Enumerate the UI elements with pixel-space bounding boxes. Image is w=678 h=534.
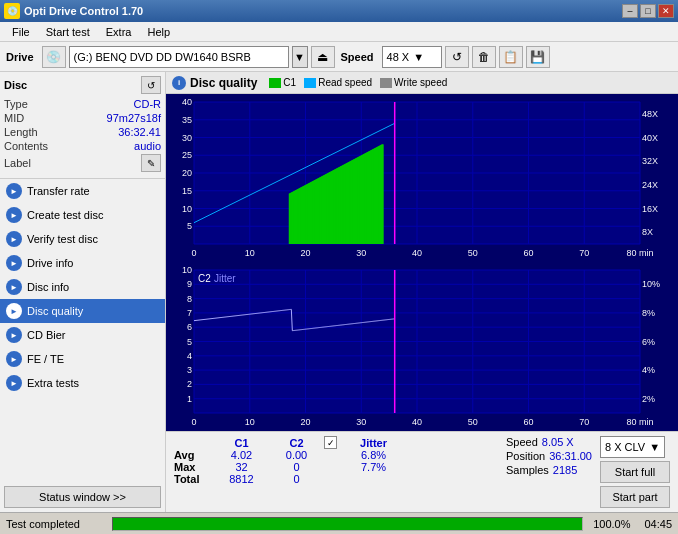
start-part-button[interactable]: Start part: [600, 486, 670, 508]
menu-file[interactable]: File: [4, 24, 38, 40]
nav-icon-disc-info: ►: [6, 279, 22, 295]
charts-area: [166, 94, 678, 431]
contents-value: audio: [134, 140, 161, 152]
type-label: Type: [4, 98, 28, 110]
menubar: File Start test Extra Help: [0, 22, 678, 42]
nav-extra-tests[interactable]: ► Extra tests: [0, 371, 165, 395]
start-controls: 8 X CLV ▼ Start full Start part: [600, 436, 670, 508]
drive-dropdown-arrow[interactable]: ▼: [292, 46, 308, 68]
speed-select-group: 48 X ▼ ↺ 🗑 📋 💾: [382, 46, 550, 68]
status-text: Test completed: [6, 518, 106, 530]
chart-legend: C1 Read speed Write speed: [269, 77, 447, 88]
stats-avg-label: Avg: [174, 449, 214, 461]
maximize-button[interactable]: □: [640, 4, 656, 18]
time-label: 04:45: [644, 518, 672, 530]
nav-icon-cd-bier: ►: [6, 327, 22, 343]
stats-max-jitter: 7.7%: [346, 461, 401, 473]
legend-read: Read speed: [304, 77, 372, 88]
right-panel: i Disc quality C1 Read speed Write speed: [166, 72, 678, 512]
nav-label-cd-bier: CD Bier: [27, 329, 66, 341]
mid-value: 97m27s18f: [107, 112, 161, 124]
stats-max-c2: 0: [269, 461, 324, 473]
save-button[interactable]: 💾: [526, 46, 550, 68]
length-value: 36:32.41: [118, 126, 161, 138]
main-layout: Disc ↺ Type CD-R MID 97m27s18f Length 36…: [0, 72, 678, 512]
stats-avg-c2: 0.00: [269, 449, 324, 461]
chart-c1: [166, 94, 678, 262]
nav-transfer-rate[interactable]: ► Transfer rate: [0, 179, 165, 203]
stats-header-jitter: Jitter: [346, 436, 401, 449]
stats-right-info: Speed 8.05 X Position 36:31.00 Samples 2…: [506, 436, 592, 476]
nav-create-test-disc[interactable]: ► Create test disc: [0, 203, 165, 227]
disc-section: Disc ↺ Type CD-R MID 97m27s18f Length 36…: [0, 72, 165, 179]
position-info-label: Position: [506, 450, 545, 462]
legend-read-label: Read speed: [318, 77, 372, 88]
nav-icon-create: ►: [6, 207, 22, 223]
stats-max-label: Max: [174, 461, 214, 473]
contents-label: Contents: [4, 140, 48, 152]
length-label: Length: [4, 126, 38, 138]
window-controls: – □ ✕: [622, 4, 674, 18]
nav-drive-info[interactable]: ► Drive info: [0, 251, 165, 275]
stats-header-c2: C2: [269, 436, 324, 449]
jitter-checkbox[interactable]: ✓: [324, 436, 337, 449]
stats-max-c1: 32: [214, 461, 269, 473]
drive-dropdown[interactable]: (G:) BENQ DVD DD DW1640 BSRB: [69, 46, 289, 68]
disc-section-title: Disc: [4, 79, 27, 91]
progress-bar: [112, 517, 583, 531]
nav-menu: ► Transfer rate ► Create test disc ► Ver…: [0, 179, 165, 482]
nav-label-transfer: Transfer rate: [27, 185, 90, 197]
legend-c1-color: [269, 78, 281, 88]
stats-total-label: Total: [174, 473, 214, 485]
left-panel: Disc ↺ Type CD-R MID 97m27s18f Length 36…: [0, 72, 166, 512]
start-full-button[interactable]: Start full: [600, 461, 670, 483]
disc-quality-icon: i: [172, 76, 186, 90]
stats-avg-jitter: 6.8%: [346, 449, 401, 461]
nav-label-disc-quality: Disc quality: [27, 305, 83, 317]
clv-dropdown[interactable]: 8 X CLV ▼: [600, 436, 665, 458]
position-info-value: 36:31.00: [549, 450, 592, 462]
window-title: Opti Drive Control 1.70: [24, 5, 622, 17]
nav-fe-te[interactable]: ► FE / TE: [0, 347, 165, 371]
legend-write: Write speed: [380, 77, 447, 88]
nav-disc-quality[interactable]: ► Disc quality: [0, 299, 165, 323]
menu-help[interactable]: Help: [139, 24, 178, 40]
nav-icon-fe-te: ►: [6, 351, 22, 367]
nav-disc-info[interactable]: ► Disc info: [0, 275, 165, 299]
eject-button[interactable]: ⏏: [311, 46, 335, 68]
refresh-button[interactable]: ↺: [445, 46, 469, 68]
mid-label: MID: [4, 112, 24, 124]
nav-label-fe-te: FE / TE: [27, 353, 64, 365]
status-window-button[interactable]: Status window >>: [4, 486, 161, 508]
nav-icon-transfer: ►: [6, 183, 22, 199]
label-edit-button[interactable]: ✎: [141, 154, 161, 172]
stats-header-c1: C1: [214, 436, 269, 449]
disc-quality-header: i Disc quality C1 Read speed Write speed: [166, 72, 678, 94]
erase-button[interactable]: 🗑: [472, 46, 496, 68]
disc-refresh-button[interactable]: ↺: [141, 76, 161, 94]
nav-label-extra: Extra tests: [27, 377, 79, 389]
speed-info-label: Speed: [506, 436, 538, 448]
minimize-button[interactable]: –: [622, 4, 638, 18]
copy-button[interactable]: 📋: [499, 46, 523, 68]
menu-start-test[interactable]: Start test: [38, 24, 98, 40]
speed-dropdown[interactable]: 48 X ▼: [382, 46, 442, 68]
nav-label-disc-info: Disc info: [27, 281, 69, 293]
legend-c1: C1: [269, 77, 296, 88]
speed-label: Speed: [341, 51, 374, 63]
nav-icon-verify: ►: [6, 231, 22, 247]
nav-verify-test-disc[interactable]: ► Verify test disc: [0, 227, 165, 251]
stats-table: C1 C2 ✓ Jitter Avg 4.02 0.00: [174, 436, 401, 485]
nav-label-drive: Drive info: [27, 257, 73, 269]
statusbar: Test completed 100.0% 04:45: [0, 512, 678, 534]
close-button[interactable]: ✕: [658, 4, 674, 18]
toolbar: Drive 💿 (G:) BENQ DVD DD DW1640 BSRB ▼ ⏏…: [0, 42, 678, 72]
label-label: Label: [4, 157, 31, 169]
drive-icon-btn[interactable]: 💿: [42, 46, 66, 68]
stats-total-c1: 8812: [214, 473, 269, 485]
nav-icon-disc-quality: ►: [6, 303, 22, 319]
nav-icon-drive: ►: [6, 255, 22, 271]
stats-area: C1 C2 ✓ Jitter Avg 4.02 0.00: [166, 431, 678, 512]
menu-extra[interactable]: Extra: [98, 24, 140, 40]
nav-cd-bier[interactable]: ► CD Bier: [0, 323, 165, 347]
